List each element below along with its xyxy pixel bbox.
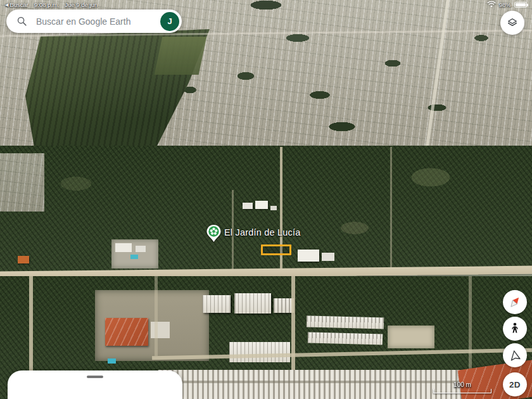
map-building [298, 250, 319, 262]
battery-icon [514, 2, 527, 8]
poi-placemark[interactable]: El Jardín de Lucía [206, 224, 300, 243]
map-red-roof-complex [105, 318, 148, 346]
map-housing-strip [158, 370, 472, 399]
map-housing-road [158, 381, 472, 383]
search-input[interactable] [35, 16, 160, 27]
mode-2d-label: 2D [509, 380, 521, 390]
pegman-button[interactable] [503, 317, 527, 341]
search-bar[interactable]: J [6, 10, 182, 33]
map-road-vertical [469, 276, 472, 370]
pegman-icon [509, 322, 521, 336]
drag-handle-icon[interactable] [87, 376, 103, 378]
map-urban-left [0, 153, 44, 212]
highlight-rectangle[interactable] [261, 244, 291, 255]
scale-bracket [433, 389, 491, 393]
map-shed [234, 293, 271, 314]
bottom-sheet[interactable] [8, 370, 182, 399]
map-building [136, 246, 146, 252]
back-to-app-button[interactable]: ◀ Buscar [5, 1, 28, 8]
map-dirt-road-2 [390, 147, 392, 272]
back-chevron-icon: ◀ [5, 3, 8, 8]
avatar[interactable]: J [160, 12, 179, 31]
map-road-vertical [155, 276, 158, 356]
map-shed [229, 342, 290, 362]
status-bar: ◀ Buscar 9:08 p.m. Jue 9 de jun 98% [0, 0, 532, 10]
my-location-icon [507, 348, 522, 362]
my-location-button[interactable] [503, 343, 527, 367]
battery-percent: 98% [499, 1, 511, 8]
map-pool [130, 255, 138, 259]
map-building [270, 206, 277, 210]
poi-pin-icon [206, 224, 222, 243]
status-time: 9:08 p.m. [34, 1, 60, 8]
map-row-buildings [308, 332, 383, 345]
map-building [115, 243, 132, 252]
map-pool [108, 358, 116, 364]
scale-bar: 100 m [433, 381, 491, 393]
wifi-icon [487, 1, 496, 8]
search-icon [16, 16, 27, 27]
poi-label[interactable]: El Jardín de Lucía [224, 227, 300, 238]
map-field-inner [155, 37, 207, 75]
status-date: Jue 9 de jun [65, 1, 98, 8]
map-building-orange [18, 256, 29, 263]
compass-button[interactable] [503, 290, 527, 314]
map-row-buildings [307, 315, 384, 329]
map-lot-tan [388, 326, 434, 348]
layers-button[interactable] [500, 11, 524, 35]
map-canvas[interactable] [0, 0, 532, 399]
map-building [255, 201, 268, 209]
avatar-letter: J [167, 16, 172, 26]
scale-label: 100 m [453, 381, 471, 388]
mode-2d-button[interactable]: 2D [503, 372, 527, 396]
layers-icon [506, 16, 519, 29]
map-building [243, 203, 253, 209]
map-building [322, 253, 334, 261]
back-app-label: Buscar [10, 1, 28, 8]
compass-icon [504, 291, 526, 313]
map-building [151, 322, 170, 338]
google-earth-app: ◀ Buscar 9:08 p.m. Jue 9 de jun 98% J [0, 0, 532, 399]
map-shed [203, 295, 231, 313]
